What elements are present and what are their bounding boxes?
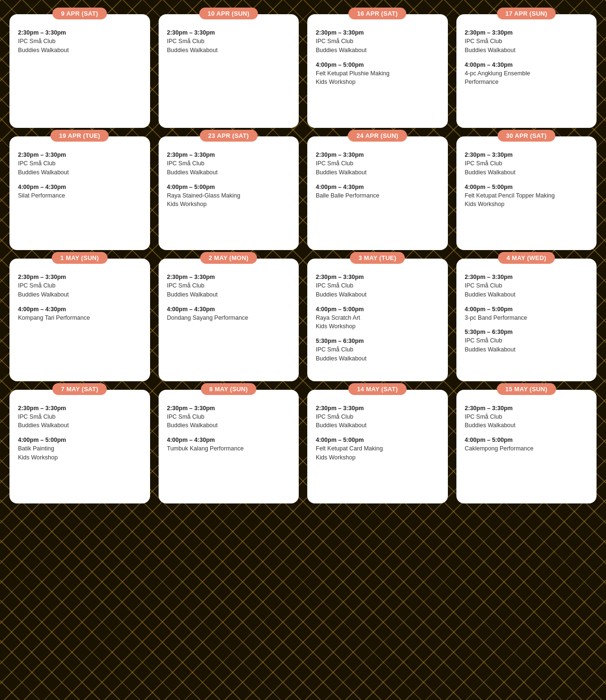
date-badge: 2 MAY (MON)	[200, 252, 257, 264]
time-block: 2:30pm – 3:30pmIPC Små ClubBuddies Walka…	[18, 274, 142, 299]
time-label: 4:00pm – 4:30pm	[316, 184, 439, 190]
time-block: 2:30pm – 3:30pmIPC Små ClubBuddies Walka…	[18, 405, 142, 431]
event-line: Buddies Walkabout	[465, 46, 588, 55]
date-badge: 10 APR (SUN)	[199, 8, 258, 19]
time-label: 4:00pm – 5:00pm	[167, 184, 291, 190]
event-line: IPC Små Club	[316, 37, 439, 46]
card-content: 2:30pm – 3:30pmIPC Små ClubBuddies Walka…	[465, 152, 588, 209]
event-line: Kids Workshop	[316, 322, 439, 331]
event-line: IPC Små Club	[167, 413, 291, 422]
card-content: 2:30pm – 3:30pmIPC Små ClubBuddies Walka…	[18, 29, 142, 55]
time-label: 2:30pm – 3:30pm	[465, 274, 588, 280]
event-line: IPC Små Club	[316, 159, 439, 168]
event-line: IPC Små Club	[316, 345, 439, 354]
time-block: 4:00pm – 5:00pmFelt Ketupat Card MakingK…	[316, 437, 439, 462]
event-line: Buddies Walkabout	[316, 354, 439, 363]
time-label: 4:00pm – 5:00pm	[465, 184, 588, 190]
calendar-card: 4 MAY (WED)2:30pm – 3:30pmIPC Små ClubBu…	[456, 259, 597, 381]
event-line: IPC Små Club	[465, 159, 588, 168]
time-block: 2:30pm – 3:30pmIPC Små ClubBuddies Walka…	[167, 405, 291, 431]
time-label: 2:30pm – 3:30pm	[167, 29, 291, 36]
event-line: Buddies Walkabout	[18, 290, 142, 299]
event-line: Balle Balle Performance	[316, 191, 439, 200]
time-label: 2:30pm – 3:30pm	[18, 29, 142, 36]
time-label: 2:30pm – 3:30pm	[167, 152, 291, 158]
event-line: Buddies Walkabout	[465, 290, 588, 299]
event-line: IPC Små Club	[316, 413, 439, 422]
time-block: 5:30pm – 6:30pmIPC Små ClubBuddies Walka…	[316, 338, 439, 363]
card-content: 2:30pm – 3:30pmIPC Små ClubBuddies Walka…	[18, 274, 142, 322]
event-line: Tumbuk Kalang Performance	[167, 444, 291, 453]
event-line: Raya Stained-Glass Making	[167, 191, 291, 200]
time-label: 2:30pm – 3:30pm	[316, 29, 439, 36]
time-label: 4:00pm – 5:00pm	[316, 62, 439, 68]
date-badge: 23 APR (SAT)	[200, 130, 258, 142]
time-label: 4:00pm – 5:00pm	[316, 306, 439, 313]
calendar-card: 15 MAY (SUN)2:30pm – 3:30pmIPC Små ClubB…	[456, 390, 597, 503]
time-block: 4:00pm – 4:30pmKompang Tari Performance	[18, 306, 142, 323]
time-label: 2:30pm – 3:30pm	[18, 274, 142, 280]
event-line: Buddies Walkabout	[316, 46, 439, 55]
event-line: Caklempong Performance	[465, 444, 588, 453]
time-label: 2:30pm – 3:30pm	[316, 405, 439, 412]
card-content: 2:30pm – 3:30pmIPC Små ClubBuddies Walka…	[316, 274, 439, 363]
time-block: 5:30pm – 6:30pmIPC Små ClubBuddies Walka…	[465, 329, 588, 354]
time-label: 4:00pm – 4:30pm	[167, 437, 291, 443]
event-line: Performance	[465, 78, 588, 87]
time-block: 4:00pm – 4:30pmSilat Performance	[18, 184, 142, 200]
time-block: 4:00pm – 5:00pmFelt Ketupat Plushie Maki…	[316, 62, 439, 87]
event-line: IPC Små Club	[465, 336, 588, 345]
event-line: Buddies Walkabout	[167, 290, 291, 299]
time-label: 4:00pm – 5:00pm	[18, 437, 142, 443]
calendar-card: 14 MAY (SAT)2:30pm – 3:30pmIPC Små ClubB…	[307, 390, 448, 503]
time-label: 4:00pm – 4:30pm	[18, 184, 142, 190]
time-label: 2:30pm – 3:30pm	[465, 152, 588, 158]
time-block: 4:00pm – 4:30pmDondang Sayang Performanc…	[167, 306, 291, 323]
time-block: 4:00pm – 5:00pmFelt Ketupat Pencil Toppe…	[465, 184, 588, 209]
time-block: 2:30pm – 3:30pmIPC Små ClubBuddies Walka…	[167, 152, 291, 177]
event-line: Kids Workshop	[167, 200, 291, 209]
card-content: 2:30pm – 3:30pmIPC Små ClubBuddies Walka…	[18, 152, 142, 200]
calendar-card: 8 MAY (SUN)2:30pm – 3:30pmIPC Små ClubBu…	[159, 390, 299, 503]
time-label: 2:30pm – 3:30pm	[167, 274, 291, 280]
event-line: Kids Workshop	[316, 453, 439, 462]
time-label: 2:30pm – 3:30pm	[465, 29, 588, 36]
calendar-card: 24 APR (SUN)2:30pm – 3:30pmIPC Små ClubB…	[307, 136, 448, 250]
time-label: 4:00pm – 4:30pm	[18, 306, 142, 313]
event-line: Buddies Walkabout	[316, 168, 439, 177]
time-label: 2:30pm – 3:30pm	[465, 405, 588, 412]
event-line: IPC Små Club	[167, 159, 291, 168]
event-line: IPC Små Club	[18, 37, 142, 46]
event-line: Felt Ketupat Pencil Topper Making	[465, 191, 588, 200]
event-line: Felt Ketupat Card Making	[316, 444, 439, 453]
time-block: 2:30pm – 3:30pmIPC Små ClubBuddies Walka…	[18, 152, 142, 177]
date-badge: 15 MAY (SUN)	[497, 383, 556, 395]
event-line: IPC Små Club	[18, 413, 142, 422]
time-block: 2:30pm – 3:30pmIPC Små ClubBuddies Walka…	[18, 29, 142, 55]
time-block: 4:00pm – 5:00pmRaya Scratch ArtKids Work…	[316, 306, 439, 332]
time-label: 2:30pm – 3:30pm	[316, 274, 439, 280]
calendar-card: 2 MAY (MON)2:30pm – 3:30pmIPC Små ClubBu…	[159, 259, 299, 381]
time-label: 2:30pm – 3:30pm	[316, 152, 439, 158]
calendar-card: 1 MAY (SUN)2:30pm – 3:30pmIPC Små ClubBu…	[9, 259, 150, 381]
date-badge: 24 APR (SUN)	[348, 130, 407, 142]
event-line: Felt Ketupat Plushie Making	[316, 69, 439, 78]
event-line: Buddies Walkabout	[465, 421, 588, 430]
time-block: 4:00pm – 4:30pm4-pc Angklung EnsemblePer…	[465, 62, 588, 87]
event-line: Buddies Walkabout	[465, 168, 588, 177]
date-badge: 14 MAY (SAT)	[348, 383, 406, 395]
time-block: 4:00pm – 4:30pmTumbuk Kalang Performance	[167, 437, 291, 453]
time-block: 2:30pm – 3:30pmIPC Små ClubBuddies Walka…	[167, 29, 291, 55]
time-block: 4:00pm – 5:00pmRaya Stained-Glass Making…	[167, 184, 291, 209]
calendar-card: 23 APR (SAT)2:30pm – 3:30pmIPC Små ClubB…	[159, 136, 299, 250]
card-content: 2:30pm – 3:30pmIPC Små ClubBuddies Walka…	[167, 274, 291, 322]
calendar-card: 3 MAY (TUE)2:30pm – 3:30pmIPC Små ClubBu…	[307, 259, 448, 381]
event-line: Buddies Walkabout	[167, 421, 291, 430]
event-line: Kompang Tari Performance	[18, 314, 142, 323]
time-label: 2:30pm – 3:30pm	[18, 405, 142, 412]
time-block: 2:30pm – 3:30pmIPC Små ClubBuddies Walka…	[316, 152, 439, 177]
event-line: 4-pc Angklung Ensemble	[465, 69, 588, 78]
date-badge: 17 APR (SUN)	[497, 8, 556, 19]
calendar-card: 9 APR (SAT)2:30pm – 3:30pmIPC Små ClubBu…	[9, 14, 150, 128]
time-label: 2:30pm – 3:30pm	[167, 405, 291, 412]
